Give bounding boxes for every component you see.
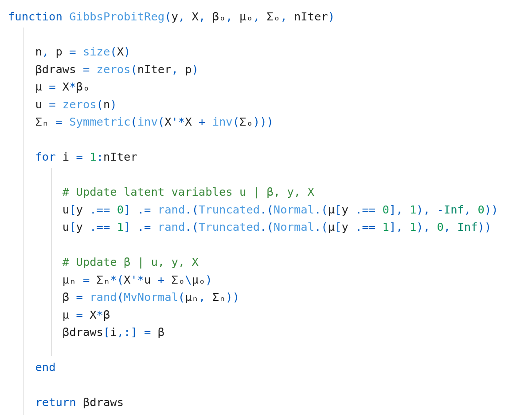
token-id <box>110 220 117 233</box>
token-id: μₒ <box>192 273 206 286</box>
token-fn: GibbsProbitReg <box>69 10 164 23</box>
token-id <box>63 10 69 23</box>
token-op: , <box>226 10 232 23</box>
token-op: , <box>178 10 185 23</box>
token-fn: rand <box>158 203 185 216</box>
token-id: u <box>8 98 49 111</box>
token-id: μₒ <box>233 10 253 23</box>
token-op: - <box>437 203 443 216</box>
token-op: '* <box>130 273 144 286</box>
token-op: = <box>55 115 62 128</box>
code-line: function GibbsProbitReg(y, X, βₒ, μₒ, Σₒ… <box>8 10 335 23</box>
token-par: ( <box>97 98 103 111</box>
token-id <box>430 203 437 216</box>
token-id <box>376 220 382 233</box>
token-id: u <box>8 220 69 233</box>
token-id: n <box>8 45 42 58</box>
token-op: , <box>199 10 205 23</box>
token-op: * <box>69 80 76 93</box>
token-id: y <box>341 220 355 233</box>
code-line: u[y .== 0] .= rand.(Truncated.(Normal.(μ… <box>8 203 498 216</box>
token-op: . <box>260 220 266 233</box>
token-cmt: # Update latent variables u | β, y, X <box>63 185 314 198</box>
token-par: [ <box>335 203 341 216</box>
token-op: = <box>49 98 55 111</box>
token-id: βdraws <box>76 395 124 409</box>
token-op: * <box>110 273 117 286</box>
token-par: ( <box>192 220 199 233</box>
code-line: μₙ = Σₙ*(X'*u + Σₒ\μₒ) <box>8 273 212 286</box>
token-par: ) <box>192 63 199 76</box>
token-op: = <box>76 290 83 304</box>
token-id <box>8 395 35 409</box>
token-id: X <box>117 45 124 58</box>
token-id <box>8 185 63 198</box>
token-kw: function <box>8 10 63 23</box>
token-id: p <box>49 45 69 58</box>
token-par: )) <box>478 220 492 233</box>
token-op: . <box>185 203 192 216</box>
token-num: 1 <box>410 220 416 233</box>
token-id: n <box>103 98 110 111</box>
token-op: , <box>423 220 430 233</box>
token-id <box>76 45 83 58</box>
token-fn: Symmetric <box>69 115 130 128</box>
token-par: ( <box>192 203 199 216</box>
token-par: ] <box>389 203 396 216</box>
token-kw: for <box>35 150 55 163</box>
token-cst: Inf <box>444 203 464 216</box>
token-op: . <box>314 203 321 216</box>
token-fn: size <box>83 45 110 58</box>
token-num: 1 <box>383 220 389 233</box>
token-num: 0 <box>383 203 389 216</box>
token-id: Σₙ <box>205 290 226 304</box>
token-id: β <box>151 325 164 339</box>
token-op: . <box>314 220 321 233</box>
token-id: X <box>124 273 130 286</box>
token-par: )) <box>226 290 239 304</box>
token-fn: Normal <box>274 220 314 233</box>
token-id: X <box>185 10 199 23</box>
token-id: μ <box>328 203 335 216</box>
token-op: , <box>253 10 260 23</box>
token-par: ] <box>124 220 130 233</box>
code-line: u = zeros(n) <box>8 98 117 111</box>
token-par: ))) <box>253 115 274 128</box>
code-line: μ = X*β <box>8 308 110 321</box>
token-id <box>110 203 117 216</box>
token-par: ( <box>158 115 164 128</box>
token-par: ] <box>389 220 396 233</box>
token-id <box>151 203 157 216</box>
token-id: i <box>110 325 117 339</box>
token-par: ( <box>117 290 124 304</box>
token-fn: zeros <box>63 98 97 111</box>
token-id <box>90 63 96 76</box>
token-id: p <box>178 63 192 76</box>
token-par: ] <box>130 325 137 339</box>
code-line: βdraws[i,:] = β <box>8 325 164 339</box>
token-par: ( <box>178 290 185 304</box>
token-op: .== <box>90 220 110 233</box>
token-fn: MvNormal <box>124 290 178 304</box>
token-fn: inv <box>137 115 158 128</box>
token-par: ) <box>416 203 423 216</box>
token-par: ( <box>130 115 137 128</box>
token-id: μₙ <box>8 273 83 286</box>
token-op: , <box>280 10 287 23</box>
code-line: Σₙ = Symmetric(inv(X'*X + inv(Σₒ))) <box>8 115 274 128</box>
token-id <box>55 98 62 111</box>
token-id: μₙ <box>185 290 199 304</box>
token-id <box>8 255 63 269</box>
token-op: = <box>49 80 55 93</box>
token-op: = <box>69 45 76 58</box>
token-par: )) <box>485 203 498 216</box>
token-id: nIter <box>103 150 137 163</box>
token-id: i <box>55 150 76 163</box>
token-op: , <box>396 220 403 233</box>
code-line: return βdraws <box>8 395 124 409</box>
token-op: = <box>144 325 151 339</box>
token-num: 1 <box>90 150 96 163</box>
token-op: , <box>444 220 450 233</box>
token-id: μ <box>328 220 335 233</box>
token-id: β <box>103 308 110 321</box>
